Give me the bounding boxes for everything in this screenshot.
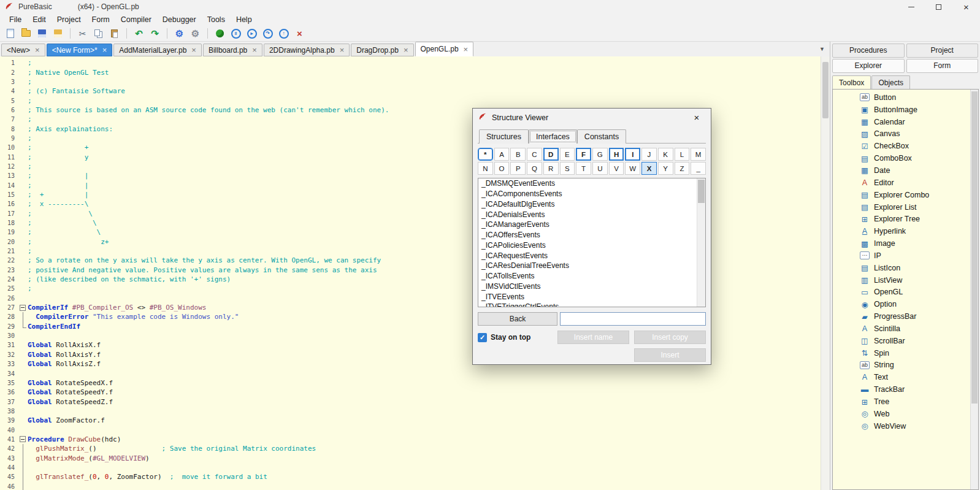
letter-filter-y[interactable]: Y — [658, 162, 673, 175]
code-line[interactable]: 45 glTranslatef_(0, 0, ZoomFactor) ; mov… — [0, 472, 821, 481]
menu-item-tools[interactable]: Tools — [202, 14, 231, 25]
file-tab[interactable]: <New Form>*× — [47, 44, 113, 56]
code-line[interactable]: 4; (c) Fantaisie Software — [0, 86, 821, 96]
letter-filter-p[interactable]: P — [510, 162, 526, 175]
letter-filter-z[interactable]: Z — [675, 162, 690, 175]
toolbox-item-canvas[interactable]: ▨Canvas — [833, 128, 978, 140]
code-line[interactable]: 5; — [0, 96, 821, 105]
letter-filter-k[interactable]: K — [658, 148, 673, 161]
toolbox-item-button[interactable]: abButton — [833, 91, 978, 104]
letter-filter-v[interactable]: V — [609, 162, 624, 175]
code-line[interactable]: 43 glMatrixMode_(#GL_MODELVIEW) — [0, 453, 821, 462]
toolbar-step-out-button[interactable]: ↑ — [276, 26, 291, 40]
letter-filter-x[interactable]: X — [641, 162, 657, 175]
dialog-titlebar[interactable]: Structure Viewer × — [473, 109, 711, 126]
letter-filter-r[interactable]: R — [543, 162, 559, 175]
interface-list-item[interactable]: _ICADefaultDlgEvents — [478, 199, 705, 210]
close-button[interactable]: × — [952, 0, 980, 13]
code-line[interactable]: 2; Native OpenGL Test — [0, 67, 821, 77]
tab-close-icon[interactable]: × — [35, 45, 40, 55]
toolbox-item-spin[interactable]: ⇅Spin — [833, 347, 978, 359]
file-tab[interactable]: <New>× — [1, 44, 45, 56]
interface-list-item[interactable]: _ITVETriggerCtrlEvents — [478, 302, 705, 307]
panel-tab-procedures[interactable]: Procedures — [832, 44, 905, 58]
maximize-button[interactable] — [925, 0, 952, 13]
toolbox-item-hyperlink[interactable]: AHyperlink — [833, 225, 978, 237]
toolbox-item-combobox[interactable]: ▤ComboBox — [833, 152, 978, 164]
toolbar-copy-button[interactable] — [91, 26, 106, 40]
letter-filter-s[interactable]: S — [560, 162, 575, 175]
letter-filter-q[interactable]: Q — [527, 162, 542, 175]
tab-close-icon[interactable]: × — [464, 45, 469, 54]
code-line[interactable]: 34 — [0, 369, 821, 378]
back-button[interactable]: Back — [478, 312, 557, 326]
toolbox-item-text[interactable]: AText — [833, 371, 978, 383]
toolbox-item-calendar[interactable]: ▦Calendar — [833, 116, 978, 128]
letter-filter-e[interactable]: E — [560, 148, 575, 161]
fold-toggle-icon[interactable] — [18, 435, 28, 444]
panel-tab-explorer[interactable]: Explorer — [832, 59, 905, 73]
editor-scrollbar[interactable] — [821, 56, 830, 490]
toolbox-item-scintilla[interactable]: AScintilla — [833, 323, 978, 335]
toolbox-item-buttonimage[interactable]: ▣ButtonImage — [833, 104, 978, 116]
toolbar-pause-button[interactable]: ‖ — [228, 26, 243, 40]
letter-filter-t[interactable]: T — [576, 162, 591, 175]
code-line[interactable]: 36Global RotateSpeedY.f — [0, 388, 821, 397]
letter-filter-c[interactable]: C — [527, 148, 542, 161]
toolbox-item-date[interactable]: ▦Date — [833, 164, 978, 177]
toolbar-step-over-button[interactable]: ↷ — [260, 26, 275, 40]
menu-item-form[interactable]: Form — [86, 14, 115, 25]
letter-filter-h[interactable]: H — [609, 148, 624, 161]
tab-close-icon[interactable]: × — [102, 45, 107, 55]
interface-list-item[interactable]: _DMSMQEventEvents — [478, 178, 705, 189]
toolbox-item-checkbox[interactable]: ☑CheckBox — [833, 140, 978, 152]
tab-close-icon[interactable]: × — [191, 45, 196, 55]
letter-filter-w[interactable]: W — [625, 162, 640, 175]
insert-name-button[interactable]: Insert name — [557, 331, 629, 344]
code-line[interactable]: 39Global ZoomFactor.f — [0, 416, 821, 425]
toolbox-item-explorer-tree[interactable]: ⊞Explorer Tree — [833, 213, 978, 225]
interface-list-item[interactable]: _ICAPoliciesEvents — [478, 240, 705, 251]
toolbar-compiler-options-button[interactable]: ⚙ — [188, 26, 203, 40]
toolbox-item-explorer-list[interactable]: ▤Explorer List — [833, 201, 978, 213]
menu-item-debugger[interactable]: Debugger — [157, 14, 202, 25]
tab-close-icon[interactable]: × — [404, 45, 408, 55]
toolbox-item-trackbar[interactable]: ▬TrackBar — [833, 383, 978, 396]
letter-filter-a[interactable]: A — [494, 148, 510, 161]
editor-scrollbar-thumb[interactable] — [822, 62, 829, 118]
toolbox-item-ip[interactable]: ⋯IP — [833, 250, 978, 262]
dialog-tab-interfaces[interactable]: Interfaces — [529, 129, 577, 144]
file-tab[interactable]: Billboard.pb× — [203, 44, 262, 56]
tab-list-dropdown-icon[interactable]: ▼ — [819, 46, 825, 52]
tab-close-icon[interactable]: × — [340, 45, 345, 55]
file-tab[interactable]: AddMaterialLayer.pb× — [113, 44, 202, 56]
letter-filter-_[interactable]: _ — [691, 162, 706, 175]
toolbox-item-tree[interactable]: ⊞Tree — [833, 396, 978, 408]
interface-list-item[interactable]: _IMSVidCtlEvents — [478, 281, 705, 292]
code-line[interactable]: 1; — [0, 58, 821, 67]
interface-list-scrollbar-thumb[interactable] — [698, 180, 705, 203]
toolbox-item-listview[interactable]: ▥ListView — [833, 274, 978, 286]
interface-list-item[interactable]: _ICAComponentsEvents — [478, 189, 705, 199]
letter-filter-j[interactable]: J — [641, 148, 657, 161]
toolbar-paste-button[interactable] — [107, 26, 122, 40]
code-line[interactable]: 42 glPushMatrix_() ; Save the original M… — [0, 444, 821, 453]
toolbox-item-option[interactable]: ◉Option — [833, 298, 978, 310]
letter-filter-u[interactable]: U — [592, 162, 608, 175]
code-line[interactable]: 35Global RotateSpeedX.f — [0, 378, 821, 388]
toolbox-item-image[interactable]: ▩Image — [833, 237, 978, 250]
menu-item-compiler[interactable]: Compiler — [115, 14, 157, 25]
toolbox-item-explorer-combo[interactable]: ▤Explorer Combo — [833, 189, 978, 201]
toolbar-undo-button[interactable]: ↶ — [131, 26, 147, 40]
interface-list-scrollbar[interactable] — [697, 178, 705, 307]
letter-filter-b[interactable]: B — [510, 148, 526, 161]
code-line[interactable]: 3; — [0, 77, 821, 86]
interface-list-item[interactable]: _ICADenialsEvents — [478, 209, 705, 220]
minimize-button[interactable] — [897, 0, 925, 13]
toolbox-item-editor[interactable]: AEditor — [833, 177, 978, 189]
interface-list-item[interactable]: _ICAResDenialTreeEvents — [478, 261, 705, 271]
letter-filter-d[interactable]: D — [543, 148, 559, 161]
interface-list-item[interactable]: _ICATollsEvents — [478, 271, 705, 281]
letter-filter-l[interactable]: L — [675, 148, 690, 161]
file-tab[interactable]: OpenGL.pb× — [415, 42, 474, 56]
